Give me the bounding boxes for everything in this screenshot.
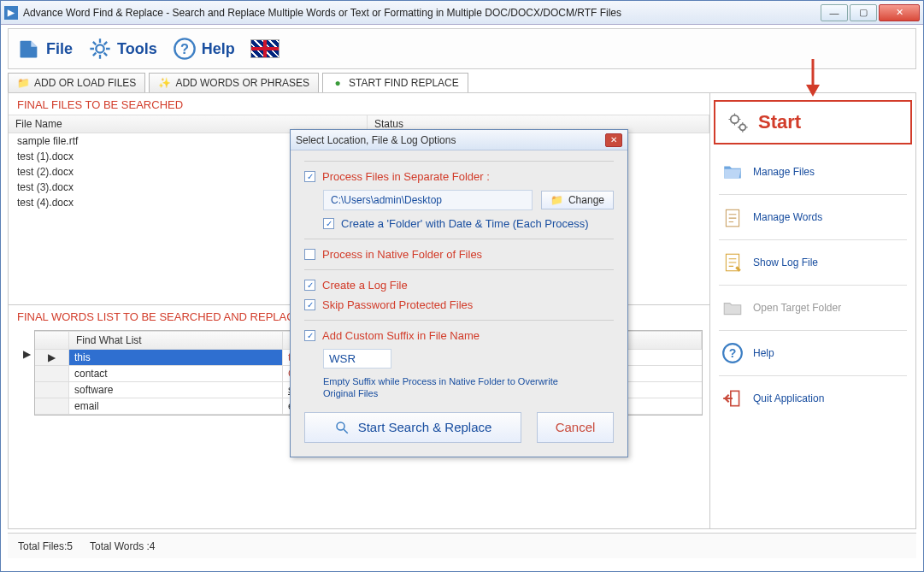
manage-words-button[interactable]: Manage Words (714, 200, 912, 234)
tab-start-find-replace[interactable]: ● START FIND REPLACE (322, 73, 468, 92)
tab-add-words[interactable]: ✨ ADD WORDS OR PHRASES (149, 73, 319, 92)
svg-text:?: ? (180, 41, 189, 56)
checkbox-icon: ✓ (304, 299, 315, 310)
show-log-button[interactable]: Show Log File (714, 245, 912, 280)
add-suffix-checkbox[interactable]: ✓ Add Custom Suffix in File Name (304, 329, 614, 342)
close-button[interactable]: ✕ (879, 4, 920, 21)
help-icon: ? (721, 341, 744, 365)
create-log-label: Create a Log File (322, 279, 408, 292)
change-label: Change (568, 194, 604, 206)
svg-text:?: ? (729, 346, 737, 360)
dialog-close-button[interactable]: ✕ (605, 133, 622, 147)
cancel-label: Cancel (556, 420, 596, 434)
divider (719, 285, 907, 286)
window-buttons: — ▢ ✕ (821, 4, 920, 21)
uk-flag-icon[interactable] (250, 39, 280, 58)
start-label: Start (758, 111, 801, 133)
path-row: C:\Users\admin\Desktop 📁 Change (323, 190, 614, 210)
manage-files-button[interactable]: Manage Files (714, 155, 912, 189)
checkbox-icon (304, 249, 315, 260)
window-title: Advance Word Find & Replace - Search and… (23, 7, 821, 19)
dialog-title: Select Location, File & Log Options (296, 134, 456, 146)
checkbox-icon: ✓ (304, 171, 315, 182)
status-total-words: Total Words :4 (90, 540, 155, 552)
open-target-label: Open Target Folder (753, 302, 841, 314)
divider (719, 330, 907, 331)
open-target-button[interactable]: Open Target Folder (714, 291, 912, 325)
divider (719, 239, 907, 240)
app-window: ▶ Advance Word Find & Replace - Search a… (0, 0, 924, 572)
row-indicator-icon (35, 398, 69, 414)
start-search-label: Start Search & Replace (358, 420, 492, 434)
checkbox-icon: ✓ (304, 280, 315, 291)
quit-label: Quit Application (753, 392, 824, 404)
words-icon (721, 205, 744, 229)
cell-find[interactable]: contact (69, 366, 283, 381)
dialog-title-bar[interactable]: Select Location, File & Log Options ✕ (291, 130, 627, 150)
cell-find[interactable]: email (69, 398, 283, 414)
skip-password-label: Skip Password Protected Files (322, 298, 473, 311)
suffix-input[interactable] (323, 349, 391, 369)
path-input[interactable]: C:\Users\admin\Desktop (323, 190, 533, 210)
manage-files-label: Manage Files (753, 166, 815, 178)
create-folder-checkbox[interactable]: ✓ Create a 'Folder' with Date & Time (Ea… (323, 217, 614, 230)
dialog-body: ✓ Process Files in Separate Folder : C:\… (291, 150, 627, 457)
menu-tools[interactable]: Tools (88, 37, 157, 61)
divider (719, 375, 907, 376)
row-indicator-icon: ▶ (35, 350, 69, 365)
tab-add-words-label: ADD WORDS OR PHRASES (175, 77, 309, 89)
help-icon: ? (173, 37, 197, 61)
options-dialog: Select Location, File & Log Options ✕ ✓ … (290, 129, 628, 457)
app-icon: ▶ (4, 6, 18, 20)
menu-file-label: File (46, 40, 73, 58)
start-button[interactable]: Start (714, 100, 912, 144)
checkbox-icon: ✓ (304, 330, 315, 341)
show-log-label: Show Log File (753, 257, 818, 268)
cancel-button[interactable]: Cancel (537, 412, 614, 443)
process-separate-label: Process Files in Separate Folder : (322, 170, 490, 183)
create-log-checkbox[interactable]: ✓ Create a Log File (304, 279, 614, 292)
manage-words-label: Manage Words (753, 211, 822, 223)
row-indicator-icon (35, 366, 69, 381)
start-search-replace-button[interactable]: Start Search & Replace (304, 412, 521, 443)
divider (719, 194, 907, 195)
cell-find[interactable]: software (69, 382, 283, 398)
svg-point-11 (337, 422, 344, 430)
dialog-buttons: Start Search & Replace Cancel (304, 412, 614, 443)
folder-icon: 📁 (550, 194, 563, 206)
tab-start-label: START FIND REPLACE (349, 77, 459, 89)
col-selector (35, 332, 69, 349)
quit-button[interactable]: Quit Application (714, 381, 912, 416)
col-find[interactable]: Find What List (69, 332, 283, 349)
process-native-checkbox[interactable]: Process in Native Folder of Files (304, 248, 614, 261)
row-indicator-icon (35, 382, 69, 398)
create-folder-label: Create a 'Folder' with Date & Time (Each… (341, 217, 589, 230)
menu-help[interactable]: ? Help (173, 37, 235, 61)
checkbox-icon: ✓ (323, 218, 334, 229)
help-label: Help (753, 347, 774, 359)
tab-add-files-label: ADD OR LOAD FILES (34, 77, 136, 89)
title-bar: ▶ Advance Word Find & Replace - Search a… (1, 1, 923, 25)
folder-icon: 📁 (17, 77, 29, 89)
right-column: Start Manage Files Manage Words S (710, 93, 915, 528)
search-icon (334, 420, 350, 435)
skip-password-checkbox[interactable]: ✓ Skip Password Protected Files (304, 298, 614, 311)
svg-point-5 (739, 124, 745, 130)
process-native-label: Process in Native Folder of Files (322, 248, 482, 261)
minimize-button[interactable]: — (821, 4, 848, 21)
current-row-arrow-icon: ▶ (21, 348, 32, 360)
menu-file[interactable]: File (17, 37, 73, 61)
tab-add-files[interactable]: 📁 ADD OR LOAD FILES (8, 73, 145, 92)
gears-icon (726, 110, 750, 134)
process-separate-checkbox[interactable]: ✓ Process Files in Separate Folder : (304, 170, 614, 183)
quit-icon (721, 386, 744, 410)
folder-open-icon (721, 160, 744, 184)
help-button[interactable]: ? Help (714, 336, 912, 370)
menu-tools-label: Tools (117, 40, 157, 58)
cell-find[interactable]: this (69, 350, 283, 365)
change-button[interactable]: 📁 Change (541, 191, 614, 209)
tab-strip: 📁 ADD OR LOAD FILES ✨ ADD WORDS OR PHRAS… (1, 73, 923, 92)
maximize-button[interactable]: ▢ (850, 4, 877, 21)
menu-help-label: Help (202, 40, 235, 58)
sparkle-icon: ✨ (158, 77, 170, 89)
